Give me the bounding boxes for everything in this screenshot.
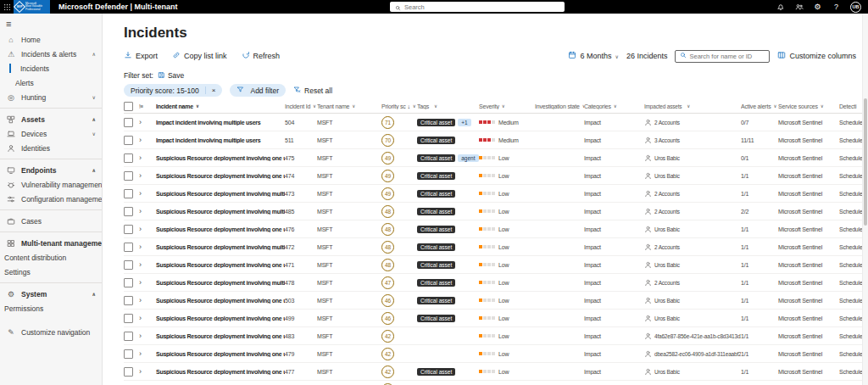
sidebar-item-system[interactable]: ⚙System∧: [0, 287, 102, 301]
row-checkbox[interactable]: [124, 314, 133, 323]
incident-name-link[interactable]: Suspicious Resource deployment involving…: [156, 298, 285, 304]
sidebar-item-incidents-alerts[interactable]: ⚠Incidents & alerts∧: [0, 47, 102, 61]
expand-row-button[interactable]: ›: [139, 189, 156, 198]
incident-name-link[interactable]: Impact incident involving multiple users: [156, 120, 285, 126]
incident-name-link[interactable]: Suspicious Resource deployment involving…: [156, 209, 285, 215]
vertical-scrollbar[interactable]: [862, 14, 868, 385]
sidebar-item-configuration-management[interactable]: Configuration management∨: [0, 192, 102, 206]
row-checkbox[interactable]: [124, 296, 133, 305]
list-search-box[interactable]: [675, 50, 770, 63]
select-all-checkbox[interactable]: [124, 102, 133, 111]
incident-name-link[interactable]: Suspicious Resource deployment involving…: [156, 226, 285, 232]
incident-name-link[interactable]: Suspicious Resource deployment involving…: [156, 191, 285, 197]
column-header-incident-name[interactable]: Incident name∨: [156, 103, 285, 109]
community-icon[interactable]: [794, 3, 804, 12]
refresh-button[interactable]: Refresh: [242, 51, 281, 61]
expand-row-button[interactable]: ›: [139, 296, 156, 304]
expand-row-button[interactable]: ›: [139, 136, 156, 144]
expand-row-button[interactable]: ›: [139, 171, 156, 180]
active-filter-pill[interactable]: Priority score: 15-100 ×: [124, 84, 222, 97]
row-checkbox[interactable]: [124, 278, 133, 287]
column-header-impacted-assets[interactable]: Impacted assets∨: [644, 103, 741, 109]
column-header-categories[interactable]: Categories∨: [584, 103, 644, 109]
sidebar-item-permissions[interactable]: Permissions: [0, 301, 102, 315]
expand-row-button[interactable]: ›: [139, 243, 156, 251]
scrollbar-thumb[interactable]: [864, 98, 867, 226]
expand-row-button[interactable]: ›: [139, 207, 156, 215]
incident-name-link[interactable]: Suspicious Resource deployment involving…: [156, 173, 285, 179]
reset-all-filters-button[interactable]: Reset all: [293, 86, 332, 95]
incident-name-link[interactable]: Suspicious Resource deployment involving…: [156, 155, 285, 161]
help-icon[interactable]: ?: [832, 3, 841, 12]
column-header-investigation-state[interactable]: Investigation state∨: [535, 103, 584, 109]
incident-name-link[interactable]: Suspicious Resource deployment involving…: [156, 333, 285, 339]
column-header-priority-sc[interactable]: Priority sc↓∨: [381, 103, 417, 109]
export-button[interactable]: Export: [124, 51, 158, 61]
expand-row-button[interactable]: ›: [139, 260, 156, 269]
app-launcher-waffle-icon[interactable]: [0, 0, 14, 14]
incident-name-link[interactable]: Suspicious Resource deployment involving…: [156, 262, 285, 268]
expand-row-button[interactable]: ›: [139, 314, 156, 322]
incident-name-link[interactable]: Suspicious Resource deployment involving…: [156, 369, 285, 375]
expand-row-button[interactable]: ›: [139, 332, 156, 340]
sidebar-item-assets[interactable]: Assets∧: [0, 112, 102, 126]
user-avatar[interactable]: UB: [850, 2, 861, 13]
row-checkbox[interactable]: [124, 189, 133, 198]
row-checkbox[interactable]: [124, 225, 133, 234]
add-filter-button[interactable]: Add filter: [230, 84, 286, 97]
sidebar-item-identities[interactable]: Identities: [0, 141, 102, 155]
sidebar-item-customize-navigation[interactable]: ✎Customize navigation: [0, 325, 102, 339]
incident-name-link[interactable]: Suspicious Resource deployment involving…: [156, 351, 285, 357]
row-checkbox[interactable]: [124, 349, 133, 359]
list-search-input[interactable]: [689, 53, 765, 60]
incidents-table: !≡Incident name∨Incident Id∨Tenant name∨…: [124, 99, 868, 385]
column-header-active-alerts[interactable]: Active alerts∨: [741, 103, 778, 109]
sidebar-collapse-button[interactable]: ≡: [0, 15, 102, 32]
row-checkbox[interactable]: [124, 171, 133, 181]
customize-columns-button[interactable]: Customize columns: [777, 51, 856, 61]
global-search-input[interactable]: [404, 3, 559, 11]
sidebar-item-devices[interactable]: Devices∨: [0, 126, 102, 141]
sidebar-item-content-distribution[interactable]: Content distribution: [0, 250, 102, 265]
severity-square: [479, 370, 482, 373]
row-checkbox[interactable]: [124, 118, 133, 127]
expand-row-button[interactable]: ›: [139, 278, 156, 287]
incident-name-link[interactable]: Suspicious Resource deployment involving…: [156, 315, 285, 321]
expand-row-button[interactable]: ›: [139, 118, 156, 126]
row-checkbox[interactable]: [124, 243, 133, 252]
incident-name-link[interactable]: Impact incident involving multiple users: [156, 137, 285, 143]
notifications-icon[interactable]: [776, 3, 785, 12]
column-header-service-sources[interactable]: Service sources∨: [778, 103, 839, 109]
incident-name-link[interactable]: Suspicious Resource deployment involving…: [156, 244, 285, 250]
sidebar-item-hunting[interactable]: ◎Hunting∨: [0, 90, 102, 104]
expand-row-button[interactable]: ›: [139, 349, 156, 358]
column-header-tenant-name[interactable]: Tenant name∨: [317, 103, 381, 109]
row-checkbox[interactable]: [124, 367, 133, 377]
sidebar-item-home[interactable]: ⌂Home: [0, 32, 102, 47]
sidebar-item-alerts[interactable]: Alerts: [0, 75, 102, 90]
sidebar-item-vulnerability-management[interactable]: Vulnerability management∨: [0, 177, 102, 192]
sidebar-item-endpoints[interactable]: Endpoints∧: [0, 163, 102, 177]
expand-row-button[interactable]: ›: [139, 225, 156, 233]
row-checkbox[interactable]: [124, 260, 133, 270]
row-checkbox[interactable]: [124, 332, 133, 341]
expand-row-button[interactable]: ›: [139, 153, 156, 162]
column-header-incident-id[interactable]: Incident Id∨: [285, 103, 317, 109]
time-range-dropdown[interactable]: 6 Months ∨: [568, 51, 618, 61]
incident-name-link[interactable]: Suspicious Resource deployment involving…: [156, 280, 285, 286]
copy-list-link-button[interactable]: Copy list link: [172, 51, 227, 61]
column-header-severity[interactable]: Severity∨: [479, 103, 535, 109]
expand-row-button[interactable]: ›: [139, 367, 156, 376]
global-search-box[interactable]: [390, 2, 565, 12]
sidebar-item-settings[interactable]: Settings: [0, 265, 102, 279]
remove-filter-icon[interactable]: ×: [205, 86, 216, 94]
sidebar-item-multi-tenant-management[interactable]: Multi-tenant management∧: [0, 236, 102, 250]
sidebar-item-cases[interactable]: Cases: [0, 214, 102, 228]
settings-gear-icon[interactable]: ⚙: [813, 3, 822, 12]
sidebar-item-incidents[interactable]: Incidents: [0, 61, 102, 75]
row-checkbox[interactable]: [124, 153, 133, 163]
save-filter-set-button[interactable]: Save: [158, 71, 184, 81]
row-checkbox[interactable]: [124, 207, 133, 216]
row-checkbox[interactable]: [124, 136, 133, 145]
column-header-tags[interactable]: Tags∨: [417, 103, 479, 109]
